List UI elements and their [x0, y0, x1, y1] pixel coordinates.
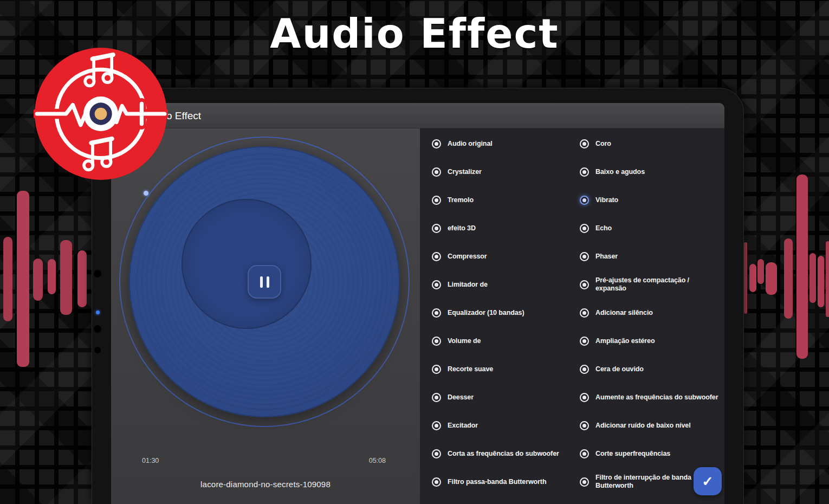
radio-icon[interactable]: [580, 280, 589, 289]
effect-option[interactable]: Vibrato: [580, 186, 721, 214]
effect-option[interactable]: Adicionar ruído de baixo nível: [580, 411, 721, 440]
waveform-bar: [77, 250, 87, 307]
radio-icon[interactable]: [432, 224, 441, 233]
effect-option[interactable]: Corta as frequências do subwoofer: [432, 440, 574, 468]
effect-label: Adicionar ruído de baixo nível: [595, 422, 691, 430]
radio-icon[interactable]: [580, 337, 589, 346]
effect-option[interactable]: Crystalizer: [432, 158, 574, 186]
radio-icon[interactable]: [432, 337, 441, 346]
radio-icon[interactable]: [432, 449, 441, 458]
radio-icon[interactable]: [580, 393, 589, 402]
effect-label: efeito 3D: [448, 224, 476, 232]
waveform-bar: [766, 262, 777, 295]
effects-panel: Audio original Crystalizer Tremolo efeit…: [420, 128, 724, 504]
waveform-bar: [809, 253, 816, 303]
bezel-camera-dot: [94, 325, 101, 333]
effect-option[interactable]: Phaser: [580, 242, 721, 270]
pause-icon: [267, 276, 269, 288]
radio-icon[interactable]: [580, 449, 589, 458]
radio-icon[interactable]: [432, 477, 441, 487]
radio-icon[interactable]: [580, 167, 589, 177]
effect-label: Limitador de: [448, 281, 488, 289]
radio-icon[interactable]: [580, 196, 589, 205]
waveform-bar: [826, 241, 829, 317]
effect-label: Deesser: [448, 393, 474, 402]
waveform-bar: [33, 259, 43, 301]
player-panel: 01:30 05:08 lacore-diamond-no-secrets-10…: [111, 128, 420, 504]
waveform-bar: [17, 191, 29, 367]
vinyl-disc-label: [182, 199, 312, 329]
effect-option[interactable]: Excitador: [432, 411, 574, 440]
radio-icon[interactable]: [432, 139, 441, 148]
app-bar: o Effect: [111, 103, 724, 128]
checkmark-icon: ✓: [702, 474, 714, 489]
radio-icon[interactable]: [580, 477, 589, 487]
effect-label: Cera de ouvido: [595, 365, 644, 373]
effect-label: Tremolo: [448, 196, 474, 204]
effect-option[interactable]: Equalizador (10 bandas): [432, 299, 574, 327]
radio-icon[interactable]: [580, 421, 589, 430]
waveform-bar: [48, 259, 56, 294]
effect-option[interactable]: Adicionar silêncio: [580, 299, 721, 327]
radio-icon[interactable]: [432, 196, 441, 205]
app-bar-title: o Effect: [166, 103, 201, 128]
bezel-camera-dot: [94, 347, 101, 353]
radio-icon[interactable]: [432, 280, 441, 289]
effect-option[interactable]: efeito 3D: [432, 214, 574, 242]
radio-icon[interactable]: [432, 308, 441, 318]
waveform-bar: [818, 256, 824, 307]
effect-label: Equalizador (10 bandas): [448, 309, 524, 317]
effect-option[interactable]: Tremolo: [432, 186, 574, 214]
effect-option[interactable]: Ampliação estéreo: [580, 327, 721, 355]
waveform-bar: [784, 238, 793, 319]
effect-option[interactable]: Deesser: [432, 383, 574, 411]
effect-option[interactable]: Pré-ajustes de compactação / expansão: [580, 270, 721, 299]
waveform-bar: [60, 240, 72, 315]
effect-label: Audio original: [448, 140, 493, 148]
effect-option[interactable]: Aumente as frequências do subwoofer: [580, 383, 721, 411]
effect-option[interactable]: Filtro passa-banda Butterworth: [432, 468, 574, 496]
effects-column-right: Coro Baixo e agudos Vibrato Echo Phaser …: [580, 130, 721, 496]
radio-icon[interactable]: [432, 365, 441, 374]
effect-option[interactable]: Cera de ouvido: [580, 355, 721, 383]
logo-center-medallion: [83, 96, 118, 131]
radio-icon[interactable]: [580, 224, 589, 233]
effect-option[interactable]: Compressor: [432, 242, 574, 270]
radio-icon[interactable]: [580, 139, 589, 148]
waveform-bar: [744, 242, 747, 314]
seekbar-thumb[interactable]: [144, 191, 148, 196]
effect-label: Ampliação estéreo: [595, 337, 655, 345]
effect-option[interactable]: Coro: [580, 130, 721, 158]
effect-label: Echo: [595, 224, 612, 232]
bezel-camera-dot: [94, 270, 101, 277]
radio-icon[interactable]: [580, 252, 589, 261]
effect-label: Corta as frequências do subwoofer: [448, 450, 559, 458]
radio-icon[interactable]: [432, 393, 441, 402]
radio-icon[interactable]: [432, 421, 441, 430]
effect-label: Phaser: [595, 253, 618, 261]
effect-label: Recorte suave: [448, 365, 493, 373]
effect-label: Vibrato: [595, 196, 618, 204]
effect-label: Volume de: [448, 337, 481, 345]
waveform-bar: [749, 264, 756, 292]
effect-label: Corte superfrequências: [595, 450, 670, 458]
radio-icon[interactable]: [580, 308, 589, 318]
tablet-mockup: o Effect 01:30 05:08 lacore-diamond-no-s…: [92, 88, 743, 504]
effect-option[interactable]: Volume de: [432, 327, 574, 355]
effect-option[interactable]: Baixo e agudos: [580, 158, 721, 186]
radio-icon[interactable]: [432, 167, 441, 177]
pause-button[interactable]: [248, 265, 281, 299]
effect-label: Baixo e agudos: [595, 168, 645, 176]
radio-icon[interactable]: [580, 365, 589, 374]
bezel-led-dot: [96, 311, 100, 314]
effect-option[interactable]: Recorte suave: [432, 355, 574, 383]
effect-option[interactable]: Corte superfrequências: [580, 440, 721, 468]
effect-option[interactable]: Echo: [580, 214, 721, 242]
track-name: lacore-diamond-no-secrets-109098: [111, 480, 420, 489]
radio-icon[interactable]: [432, 252, 441, 261]
effect-label: Filtro passa-banda Butterworth: [448, 478, 546, 486]
effect-label: Pré-ajustes de compactação / expansão: [595, 276, 721, 293]
confirm-button[interactable]: ✓: [694, 467, 722, 495]
effect-option[interactable]: Limitador de: [432, 270, 574, 299]
effect-option[interactable]: Audio original: [432, 130, 574, 158]
